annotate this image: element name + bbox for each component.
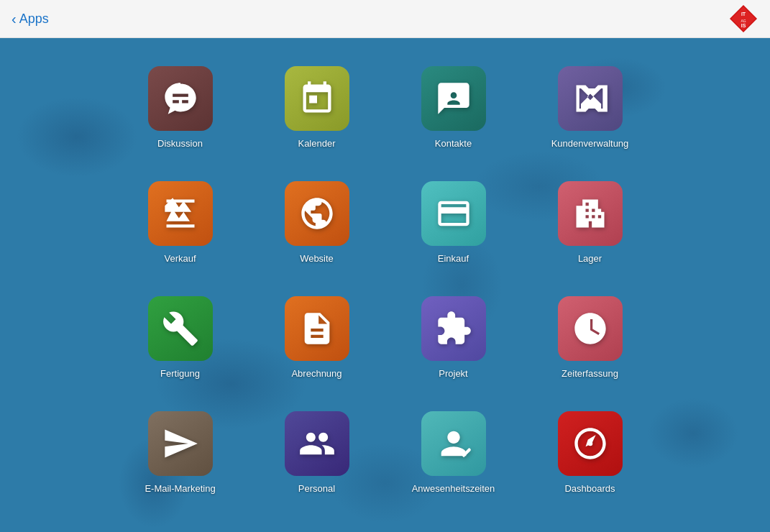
- app-item-personal[interactable]: Personal: [278, 411, 357, 505]
- apps-grid: DiskussionKalenderKontakteKundenverwaltu…: [0, 38, 770, 532]
- app-item-fertigung[interactable]: Fertigung: [141, 296, 220, 390]
- app-icon-fertigung: [148, 296, 213, 361]
- app-label-zeiterfassung: Zeiterfassung: [562, 368, 618, 379]
- app-label-website: Website: [300, 253, 334, 264]
- app-icon-abrechnung: [285, 296, 349, 361]
- app-icon-zeiterfassung: [558, 296, 623, 361]
- back-label: Apps: [19, 12, 49, 27]
- app-item-lager[interactable]: Lager: [551, 181, 630, 275]
- app-icon-anwesenheitszeiten: [421, 411, 486, 476]
- app-icon-email-marketing: [148, 411, 213, 476]
- app-icon-kontakte: [421, 66, 486, 131]
- app-label-email-marketing: E-Mail-Marketing: [145, 483, 215, 494]
- app-item-kalender[interactable]: Kalender: [278, 66, 357, 160]
- app-item-website[interactable]: Website: [278, 181, 357, 275]
- app-item-projekt[interactable]: Projekt: [414, 296, 493, 390]
- app-label-dashboards: Dashboards: [564, 483, 615, 494]
- app-label-kalender: Kalender: [298, 138, 335, 149]
- svg-text:IS: IS: [741, 23, 746, 28]
- app-label-verkauf: Verkauf: [164, 253, 196, 264]
- app-icon-kalender: [285, 66, 349, 131]
- app-item-anwesenheitszeiten[interactable]: Anwesenheitszeiten: [414, 411, 493, 505]
- app-icon-dashboards: [558, 411, 623, 476]
- app-label-diskussion: Diskussion: [157, 138, 203, 149]
- app-icon-verkauf: [148, 181, 213, 246]
- app-item-dashboards[interactable]: Dashboards: [551, 411, 630, 505]
- svg-text:IT: IT: [741, 12, 746, 17]
- app-icon-diskussion: [148, 66, 213, 131]
- app-label-einkauf: Einkauf: [438, 253, 469, 264]
- app-label-fertigung: Fertigung: [160, 368, 200, 379]
- company-logo: IT AG IS: [728, 4, 758, 34]
- app-item-kundenverwaltung[interactable]: Kundenverwaltung: [551, 66, 630, 160]
- back-button[interactable]: ‹ Apps: [12, 11, 49, 27]
- app-item-abrechnung[interactable]: Abrechnung: [278, 296, 357, 390]
- app-icon-einkauf: [421, 181, 486, 246]
- app-item-zeiterfassung[interactable]: Zeiterfassung: [551, 296, 630, 390]
- app-item-diskussion[interactable]: Diskussion: [141, 66, 220, 160]
- svg-point-5: [587, 441, 592, 446]
- chevron-left-icon: ‹: [12, 11, 17, 27]
- apps-background: DiskussionKalenderKontakteKundenverwaltu…: [0, 38, 770, 532]
- app-icon-lager: [558, 181, 623, 246]
- app-item-einkauf[interactable]: Einkauf: [414, 181, 493, 275]
- app-item-email-marketing[interactable]: E-Mail-Marketing: [141, 411, 220, 505]
- app-icon-kundenverwaltung: [558, 66, 623, 131]
- app-item-verkauf[interactable]: Verkauf: [141, 181, 220, 275]
- app-label-lager: Lager: [578, 253, 602, 264]
- app-label-projekt: Projekt: [439, 368, 467, 379]
- app-icon-projekt: [421, 296, 486, 361]
- header: ‹ Apps IT AG IS: [0, 0, 770, 38]
- app-icon-website: [285, 181, 349, 246]
- app-label-anwesenheitszeiten: Anwesenheitszeiten: [412, 483, 495, 494]
- app-label-kontakte: Kontakte: [435, 138, 472, 149]
- app-icon-personal: [285, 411, 349, 476]
- app-label-kundenverwaltung: Kundenverwaltung: [551, 138, 629, 149]
- app-item-kontakte[interactable]: Kontakte: [414, 66, 493, 160]
- app-label-abrechnung: Abrechnung: [291, 368, 342, 379]
- app-label-personal: Personal: [298, 483, 335, 494]
